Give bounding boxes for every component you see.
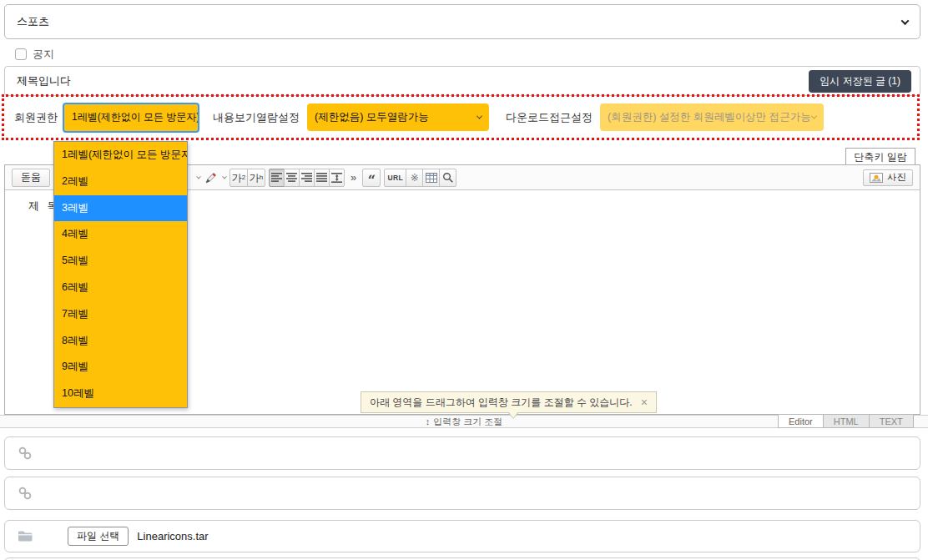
download-setting-select-disabled: (회원권한) 설정한 회원레벨이상만 접근가능 — [600, 103, 824, 131]
photo-label: 사진 — [887, 171, 906, 184]
subscript-button[interactable]: 가h — [247, 169, 265, 187]
search-icon[interactable] — [439, 169, 456, 187]
link-icon — [18, 446, 33, 461]
photo-icon — [870, 173, 883, 183]
chevron-down-icon — [199, 114, 199, 119]
member-permission-label: 회원권한 — [14, 110, 58, 125]
attached-file-name: Linearicons.tar — [137, 530, 208, 542]
insert-group: URL ※ — [384, 169, 456, 187]
level-option-3-highlighted[interactable]: 3레벨 — [54, 195, 187, 222]
saved-draft-button[interactable]: 임시 저장된 글 (1) — [809, 70, 911, 93]
alignment-group — [269, 169, 345, 187]
special-character-button[interactable]: ※ — [406, 169, 423, 187]
align-center-icon[interactable] — [284, 169, 300, 187]
quote-icon: “ — [368, 174, 376, 181]
chevron-down-icon — [901, 17, 910, 25]
level-option-8[interactable]: 8레벨 — [54, 328, 187, 355]
level-option-7[interactable]: 7레벨 — [54, 301, 187, 328]
font-family-button[interactable]: 돋움 — [12, 169, 50, 187]
resize-arrows-icon: ↕ — [426, 416, 431, 426]
member-permission-value: 1레벨(제한없이 모든 방문자) — [72, 110, 199, 124]
folder-icon — [18, 530, 33, 542]
line-height-icon[interactable] — [329, 169, 345, 187]
editor-mode-tabs: Editor HTML TEXT — [779, 414, 914, 428]
file-select-button[interactable]: 파일 선택 — [68, 527, 129, 546]
download-setting-value: (회원권한) 설정한 회원레벨이상만 접근가능 — [608, 110, 811, 124]
view-setting-select[interactable]: (제한없음) 모두열람가능 — [307, 103, 489, 131]
chevron-down-icon[interactable] — [222, 174, 227, 179]
category-value: 스포츠 — [17, 14, 49, 29]
level-option-5[interactable]: 5레벨 — [54, 248, 187, 275]
chevron-down-icon[interactable] — [196, 174, 201, 179]
notice-row: 공지 — [15, 47, 54, 62]
tab-html[interactable]: HTML — [823, 414, 870, 428]
superscript-button[interactable]: 가2 — [229, 169, 248, 187]
url-link-button[interactable]: URL — [384, 169, 406, 187]
resize-label: 입력창 크기 조절 — [433, 416, 502, 428]
link-input-2[interactable] — [4, 477, 920, 510]
align-justify-icon[interactable] — [314, 169, 330, 187]
chevron-down-icon — [811, 114, 817, 119]
level-option-4[interactable]: 4레벨 — [54, 221, 187, 248]
download-setting-label: 다운로드접근설정 — [506, 110, 593, 125]
title-input[interactable]: 제목입니다 임시 저장된 글 (1) — [4, 66, 920, 96]
link-icon — [18, 486, 33, 501]
title-value: 제목입니다 — [17, 73, 71, 88]
align-left-icon[interactable] — [269, 169, 285, 187]
resize-hint-tooltip: 아래 영역을 드래그하여 입력창 크기를 조절할 수 있습니다. × — [361, 391, 657, 413]
tooltip-arrow — [508, 411, 518, 418]
more-tools-button[interactable]: » — [348, 171, 359, 184]
level-option-9[interactable]: 9레벨 — [54, 354, 187, 381]
tab-text[interactable]: TEXT — [869, 414, 914, 428]
blockquote-button[interactable]: “ — [362, 169, 381, 187]
chevron-down-icon — [477, 114, 482, 119]
link-input-1[interactable] — [4, 436, 920, 470]
category-select[interactable]: 스포츠 — [4, 4, 920, 39]
level-option-1[interactable]: 1레벨(제한없이 모든 방문자) — [54, 142, 187, 169]
post-write-form: 스포츠 공지 제목입니다 임시 저장된 글 (1) 회원권한 1레벨(제한없이 … — [0, 0, 928, 560]
member-permission-select[interactable]: 1레벨(제한없이 모든 방문자) — [63, 103, 199, 133]
font-color-pen-icon[interactable] — [204, 171, 219, 184]
view-setting-label: 내용보기열람설정 — [213, 110, 300, 125]
tooltip-text: 아래 영역을 드래그하여 입력창 크기를 조절할 수 있습니다. — [370, 396, 633, 410]
view-setting-value: (제한없음) 모두열람가능 — [315, 110, 429, 124]
file-attach-row: 파일 선택 Linearicons.tar — [4, 520, 920, 552]
align-right-icon[interactable] — [299, 169, 315, 187]
member-level-dropdown-list: 1레벨(제한없이 모든 방문자) 2레벨 3레벨 4레벨 5레벨 6레벨 7레벨… — [53, 141, 188, 408]
notice-checkbox[interactable] — [15, 48, 27, 60]
level-option-10[interactable]: 10레벨 — [54, 381, 187, 407]
level-option-6[interactable]: 6레벨 — [54, 275, 187, 301]
tab-editor[interactable]: Editor — [778, 414, 824, 428]
notice-label: 공지 — [33, 47, 54, 62]
insert-table-icon[interactable] — [422, 169, 440, 187]
permission-settings-row: 회원권한 1레벨(제한없이 모든 방문자) 내용보기열람설정 (제한없음) 모두… — [2, 94, 920, 140]
level-option-2[interactable]: 2레벨 — [54, 169, 187, 195]
insert-photo-button[interactable]: 사진 — [863, 169, 913, 186]
close-icon[interactable]: × — [641, 396, 648, 408]
font-size-group: 가2 가h — [229, 169, 265, 187]
